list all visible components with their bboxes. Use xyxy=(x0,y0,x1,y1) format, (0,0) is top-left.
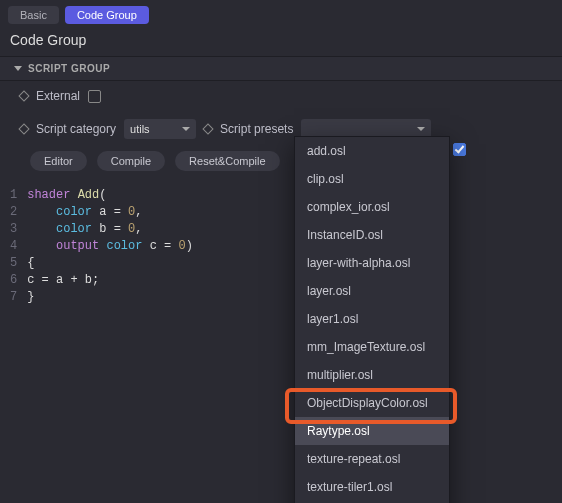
button-row: Editor Compile Reset&Compile xyxy=(0,147,562,181)
dropdown-item[interactable]: layer1.osl xyxy=(295,305,449,333)
dropdown-item[interactable]: Raytype.osl xyxy=(295,417,449,445)
code-content[interactable]: shader Add( color a = 0, color b = 0, ou… xyxy=(27,187,193,306)
dropdown-item[interactable]: InstanceID.osl xyxy=(295,221,449,249)
code-editor[interactable]: 1234567 shader Add( color a = 0, color b… xyxy=(10,187,552,306)
row-category-presets: Script category utils Script presets xyxy=(0,111,562,147)
tab-code-group[interactable]: Code Group xyxy=(65,6,149,24)
panel-title: Code Group xyxy=(0,26,562,56)
keyable-icon[interactable] xyxy=(18,90,29,101)
reset-compile-button[interactable]: Reset&Compile xyxy=(175,151,279,171)
section-header-script-group[interactable]: SCRIPT GROUP xyxy=(0,56,562,81)
dropdown-item[interactable]: multiplier.osl xyxy=(295,361,449,389)
chevron-down-icon xyxy=(417,127,425,131)
compile-button[interactable]: Compile xyxy=(97,151,165,171)
row-external: External xyxy=(0,81,562,111)
dropdown-item[interactable]: layer.osl xyxy=(295,277,449,305)
dropdown-item[interactable]: texture-tiler1.osl xyxy=(295,473,449,501)
external-checkbox[interactable] xyxy=(88,90,101,103)
dropdown-item[interactable]: add.osl xyxy=(295,137,449,165)
chevron-down-icon xyxy=(14,66,22,71)
option-checkbox[interactable] xyxy=(453,143,466,156)
dropdown-item[interactable]: complex_ior.osl xyxy=(295,193,449,221)
chevron-down-icon xyxy=(182,127,190,131)
keyable-icon[interactable] xyxy=(18,123,29,134)
external-label: External xyxy=(36,89,80,103)
dropdown-item[interactable]: layer-with-alpha.osl xyxy=(295,249,449,277)
presets-dropdown: add.oslclip.oslcomplex_ior.oslInstanceID… xyxy=(294,136,450,503)
category-value: utils xyxy=(130,123,150,135)
tab-basic[interactable]: Basic xyxy=(8,6,59,24)
dropdown-item[interactable]: ObjectDisplayColor.osl xyxy=(295,389,449,417)
tab-bar: Basic Code Group xyxy=(0,0,562,26)
editor-button[interactable]: Editor xyxy=(30,151,87,171)
presets-label: Script presets xyxy=(220,122,293,136)
dropdown-item[interactable]: texture-repeat.osl xyxy=(295,445,449,473)
category-select[interactable]: utils xyxy=(124,119,196,139)
section-title: SCRIPT GROUP xyxy=(28,63,110,74)
keyable-icon[interactable] xyxy=(202,123,213,134)
category-label: Script category xyxy=(36,122,116,136)
line-gutter: 1234567 xyxy=(10,187,27,306)
dropdown-item[interactable]: clip.osl xyxy=(295,165,449,193)
dropdown-item[interactable]: mm_ImageTexture.osl xyxy=(295,333,449,361)
